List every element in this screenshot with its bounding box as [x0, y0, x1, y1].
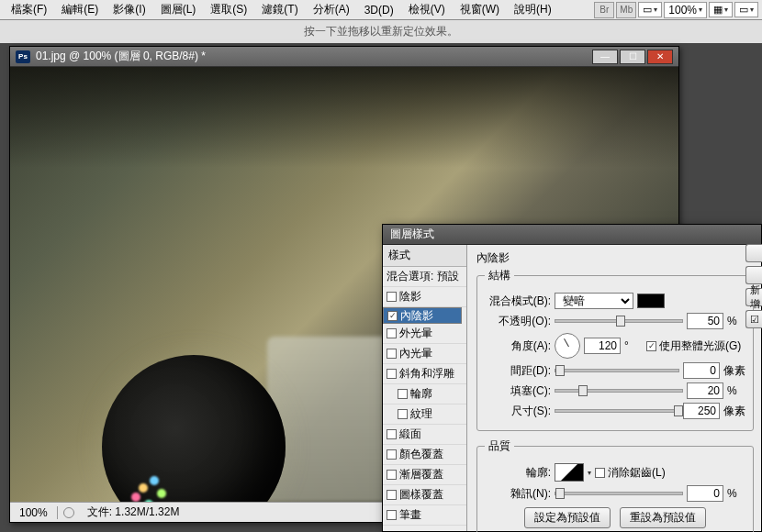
style-label: 紋理 [410, 406, 432, 422]
style-row-3[interactable]: 內光暈 [383, 344, 466, 364]
section-title: 內陰影 [476, 250, 754, 266]
document-title: 01.jpg @ 100% (圖層 0, RGB/8#) * [36, 49, 206, 64]
minibridge-icon[interactable]: Mb [616, 2, 636, 18]
menu-layer[interactable]: 圖層(L) [153, 0, 204, 19]
antialias-label: 消除鋸齒(L) [608, 465, 666, 481]
styles-header[interactable]: 樣式 [383, 245, 466, 267]
checkbox-icon[interactable] [398, 409, 408, 419]
checkbox-icon[interactable] [387, 510, 397, 520]
zoom-dropdown[interactable]: 100%▾ [664, 2, 707, 18]
antialias-checkbox[interactable]: 消除鋸齒(L) [595, 465, 666, 481]
make-default-button[interactable]: 設定為預設值 [524, 507, 611, 528]
noise-slider[interactable] [555, 492, 683, 495]
chevron-down-icon[interactable]: ▾ [588, 469, 591, 477]
checkbox-icon[interactable] [387, 311, 398, 321]
reset-default-button[interactable]: 重設為預設值 [620, 507, 706, 528]
checkbox-icon[interactable] [387, 369, 397, 379]
menu-image[interactable]: 影像(I) [106, 0, 152, 19]
distance-unit: 像素 [723, 363, 745, 379]
shadow-color-swatch[interactable] [637, 294, 665, 308]
dialog-side-buttons: 新增 ☑ [745, 244, 762, 328]
opacity-slider[interactable] [555, 319, 683, 323]
window-close-button[interactable]: ✕ [647, 50, 673, 64]
angle-wheel[interactable] [555, 333, 580, 359]
distance-input[interactable] [683, 362, 720, 379]
dialog-titlebar[interactable]: 圖層樣式 [383, 225, 761, 245]
opacity-input[interactable] [687, 313, 723, 329]
size-slider[interactable] [555, 409, 679, 413]
preview-checkbox-partial[interactable]: ☑ [745, 310, 762, 328]
menu-file[interactable]: 檔案(F) [4, 0, 54, 19]
checkbox-icon[interactable] [387, 349, 397, 359]
contour-picker[interactable] [555, 463, 584, 482]
style-label: 陰影 [399, 289, 421, 305]
window-maximize-button[interactable]: ☐ [620, 50, 645, 64]
screen-mode-dropdown[interactable]: ▭▾ [638, 2, 662, 17]
style-label: 輪廓 [410, 386, 432, 402]
global-light-label: 使用整體光源(G) [659, 338, 741, 354]
global-light-checkbox[interactable]: 使用整體光源(G) [646, 338, 741, 354]
angle-input[interactable] [584, 338, 621, 354]
style-row-4[interactable]: 斜角和浮雕 [383, 364, 466, 384]
angle-label: 角度(A): [485, 338, 551, 354]
style-label: 圖樣覆蓋 [399, 487, 443, 503]
arrange-dropdown[interactable]: ▦▾ [709, 2, 733, 17]
status-doc-icon[interactable] [63, 507, 74, 518]
menu-view[interactable]: 檢視(V) [401, 0, 453, 19]
status-zoom[interactable]: 100% [10, 506, 58, 519]
checkbox-icon[interactable] [398, 389, 408, 399]
choke-unit: % [727, 384, 745, 397]
ok-button-partial[interactable] [745, 244, 762, 262]
style-row-1[interactable]: 內陰影 [383, 307, 462, 324]
window-minimize-button[interactable]: — [592, 50, 618, 64]
quality-group: 品質 輪廓: ▾ 消除鋸齒(L) 雜訊(N): % 設定為預設值 重設為預設值 [476, 438, 754, 532]
style-row-11[interactable]: 筆畫 [383, 505, 466, 526]
checkbox-icon[interactable] [387, 449, 397, 460]
menu-analysis[interactable]: 分析(A) [306, 0, 357, 19]
settings-panel: 內陰影 結構 混合模式(B): 變暗 不透明(O): % 角度(A): [467, 245, 761, 531]
blend-options-row[interactable]: 混合選項: 預設 [383, 267, 466, 287]
checkbox-icon[interactable] [387, 292, 397, 302]
noise-input[interactable] [687, 485, 723, 502]
distance-slider[interactable] [555, 369, 679, 372]
style-row-7[interactable]: 緞面 [383, 425, 466, 445]
document-titlebar[interactable]: Ps 01.jpg @ 100% (圖層 0, RGB/8#) * — ☐ ✕ [10, 47, 678, 67]
options-bar: 按一下並拖移以重新定位效果。 [0, 20, 762, 44]
style-row-9[interactable]: 漸層覆蓋 [383, 465, 466, 485]
checkbox-icon[interactable] [387, 490, 397, 500]
quality-legend: 品質 [485, 438, 514, 454]
bridge-icon[interactable]: Br [594, 2, 614, 18]
checkbox-icon[interactable] [387, 328, 397, 338]
workspace-dropdown[interactable]: ▭▾ [734, 2, 758, 17]
structure-group: 結構 混合模式(B): 變暗 不透明(O): % 角度(A): ° [476, 268, 754, 431]
options-hint: 按一下並拖移以重新定位效果。 [304, 24, 458, 39]
choke-slider[interactable] [555, 389, 683, 393]
style-row-2[interactable]: 外光暈 [383, 324, 466, 344]
new-style-button[interactable]: 新增 [745, 288, 762, 306]
style-row-5[interactable]: 輪廓 [383, 384, 466, 405]
size-input[interactable] [683, 403, 720, 419]
noise-unit: % [727, 487, 745, 500]
menu-filter[interactable]: 濾鏡(T) [254, 0, 305, 19]
menu-help[interactable]: 說明(H) [507, 0, 559, 19]
opacity-unit: % [727, 315, 745, 327]
style-label: 漸層覆蓋 [399, 467, 443, 482]
menu-select[interactable]: 選取(S) [203, 0, 254, 19]
choke-input[interactable] [687, 382, 723, 399]
toolbar-right: Br Mb ▭▾ 100%▾ ▦▾ ▭▾ [594, 2, 758, 18]
checkbox-icon [595, 468, 605, 478]
style-label: 外光暈 [399, 326, 432, 341]
style-row-10[interactable]: 圖樣覆蓋 [383, 485, 466, 505]
style-row-8[interactable]: 顏色覆蓋 [383, 445, 466, 465]
blend-mode-select[interactable]: 變暗 [555, 293, 633, 309]
checkbox-icon[interactable] [387, 429, 397, 439]
blend-mode-label: 混合模式(B): [485, 294, 551, 309]
cancel-button-partial[interactable] [745, 266, 762, 284]
checkbox-icon[interactable] [387, 470, 397, 480]
style-row-0[interactable]: 陰影 [383, 287, 466, 307]
menu-edit[interactable]: 編輯(E) [54, 0, 106, 19]
style-row-6[interactable]: 紋理 [383, 405, 466, 425]
menu-3d[interactable]: 3D(D) [357, 2, 401, 18]
menu-window[interactable]: 視窗(W) [453, 0, 507, 19]
menubar: 檔案(F) 編輯(E) 影像(I) 圖層(L) 選取(S) 濾鏡(T) 分析(A… [0, 0, 762, 20]
